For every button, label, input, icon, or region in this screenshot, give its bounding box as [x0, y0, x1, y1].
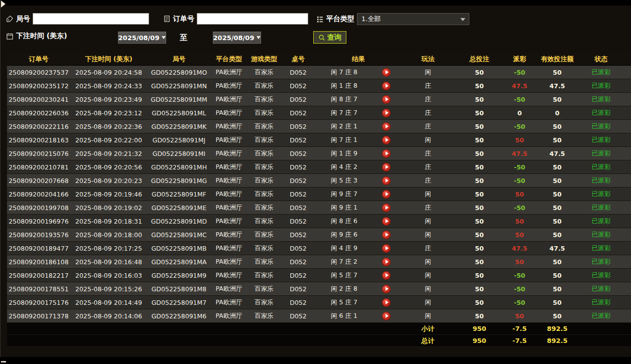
cell-result: 闲 5 庄 3 [315, 174, 402, 187]
cell-play-type: 庄 [402, 201, 454, 214]
cell-game-type: 百家乐 [247, 296, 281, 309]
cell-total-bet: 50 [454, 188, 504, 201]
cell-platform-type: PA欧洲厅 [211, 133, 247, 146]
table-header-row: 订单号下注时间 (美东)局号平台类型游戏类型桌号结果玩法总投注派彩有效投注额状态 [7, 53, 631, 66]
cell-order-no: 250809200193576 [7, 228, 70, 241]
cell-payout: 50 [504, 309, 535, 322]
cell-payout: 50 [504, 228, 535, 241]
play-video-button[interactable] [382, 204, 391, 212]
cell-round-no: GD052258091MG [147, 174, 211, 187]
column-header: 平台类型 [211, 55, 247, 64]
cell-bet-time: 2025-08-09 20:18:31 [70, 215, 147, 228]
play-video-button[interactable] [382, 298, 391, 307]
platform-type-select[interactable]: 1.全部 [357, 13, 469, 25]
result-text: 闲 9 庄 1 [315, 204, 373, 212]
column-header: 派彩 [504, 55, 535, 64]
cell-status: 已派彩 [580, 269, 622, 282]
cell-status: 已派彩 [580, 215, 622, 228]
date-to-picker[interactable]: 2025/08/09 [213, 32, 261, 44]
cell-table-no: D052 [281, 147, 315, 160]
cell-bet-time: 2025-08-09 20:22:36 [70, 120, 147, 133]
cell-total-bet: 50 [454, 215, 504, 228]
play-video-button[interactable] [382, 190, 391, 199]
result-text: 闲 7 庄 8 [315, 68, 373, 77]
cell-platform-type: PA欧洲厅 [211, 255, 247, 268]
cell-status: 已派彩 [580, 242, 622, 255]
play-video-button[interactable] [382, 217, 391, 226]
cell-payout: -50 [504, 160, 535, 173]
cell-order-no: 250809200226036 [7, 106, 70, 119]
cell-result: 闲 2 庄 8 [315, 282, 402, 295]
subtotal-total-bet: 950 [454, 323, 504, 334]
cell-valid-bet: 50 [535, 201, 580, 214]
play-icon [386, 70, 389, 74]
search-icon [318, 34, 325, 41]
play-video-button[interactable] [382, 244, 391, 253]
play-icon [386, 287, 389, 291]
cell-game-type: 百家乐 [247, 147, 281, 160]
table-row: 2508092002302412025-08-09 20:23:49GD0522… [7, 93, 631, 106]
cell-round-no: GD052258091MM [147, 93, 211, 106]
cell-round-no: GD052258091MJ [147, 133, 211, 146]
play-video-button[interactable] [382, 109, 391, 117]
table-row: 2508092001785512025-08-09 20:15:26GD0522… [7, 282, 631, 296]
horizontal-scrollbar-track[interactable] [0, 357, 631, 364]
play-video-button[interactable] [382, 231, 391, 239]
grand-total-total-bet: 950 [454, 335, 504, 346]
platform-filter-group: 平台类型 1.全部 [316, 13, 469, 25]
cell-table-no: D052 [281, 66, 315, 79]
query-button[interactable]: 查询 [313, 31, 346, 44]
cell-result: 闲 9 庄 6 [315, 228, 402, 241]
sidebar-collapse-arrow-icon[interactable] [1, 1, 6, 8]
cell-result: 闲 5 庄 7 [315, 296, 402, 309]
play-video-button[interactable] [382, 258, 391, 266]
cell-order-no: 250809200204166 [7, 188, 70, 201]
play-video-button[interactable] [382, 68, 391, 77]
cell-bet-time: 2025-08-09 20:20:23 [70, 174, 147, 187]
result-text: 闲 5 庄 7 [315, 271, 373, 280]
cell-bet-time: 2025-08-09 20:15:26 [70, 282, 147, 295]
cell-order-no: 250809200235172 [7, 79, 70, 92]
play-video-button[interactable] [382, 271, 391, 280]
cell-game-type: 百家乐 [247, 160, 281, 173]
round-input[interactable] [33, 13, 149, 25]
scrollbar-thumb[interactable] [1, 361, 6, 362]
play-video-button[interactable] [382, 122, 391, 131]
play-video-button[interactable] [382, 285, 391, 293]
order-input[interactable] [197, 13, 308, 25]
cell-platform-type: PA欧洲厅 [211, 174, 247, 187]
play-video-button[interactable] [382, 176, 391, 185]
filter-bar: 局号 订单号 平台类型 1.全部 下注时间 (美东) 2025/08/09 至 [0, 6, 631, 52]
play-video-button[interactable] [382, 82, 391, 90]
bet-time-label: 下注时间 (美东) [16, 32, 67, 41]
play-video-button[interactable] [382, 163, 391, 171]
play-video-button[interactable] [382, 95, 391, 104]
column-header: 订单号 [7, 55, 70, 64]
cell-table-no: D052 [281, 106, 315, 119]
result-text: 闲 1 庄 8 [315, 82, 373, 90]
cell-play-type: 闲 [402, 309, 454, 322]
cell-status: 已派彩 [580, 106, 622, 119]
grand-total-status-blank [580, 335, 622, 346]
column-header: 下注时间 (美东) [70, 55, 147, 64]
cell-table-no: D052 [281, 174, 315, 187]
grand-total-row: 总计 950 -7.5 892.5 [7, 335, 631, 347]
play-video-button[interactable] [382, 312, 391, 320]
cell-platform-type: PA欧洲厅 [211, 309, 247, 322]
cell-play-type: 闲 [402, 133, 454, 146]
cell-bet-time: 2025-08-09 20:24:58 [70, 66, 147, 79]
cell-platform-type: PA欧洲厅 [211, 93, 247, 106]
cell-bet-time: 2025-08-09 20:22:00 [70, 133, 147, 146]
play-video-button[interactable] [382, 149, 391, 158]
play-icon [386, 260, 389, 264]
cell-total-bet: 50 [454, 106, 504, 119]
table-row: 2508092002351722025-08-09 20:24:33GD0522… [7, 79, 631, 93]
date-to-value: 2025/08/09 [213, 34, 255, 42]
cell-order-no: 250809200199708 [7, 201, 70, 214]
query-button-label: 查询 [327, 33, 341, 42]
table-row: 2508092001935762025-08-09 20:18:00GD0522… [7, 228, 631, 242]
cell-status: 已派彩 [580, 93, 622, 106]
table-row: 2508092002107812025-08-09 20:20:56GD0522… [7, 160, 631, 174]
date-from-picker[interactable]: 2025/08/09 [118, 32, 166, 44]
play-video-button[interactable] [382, 136, 391, 144]
